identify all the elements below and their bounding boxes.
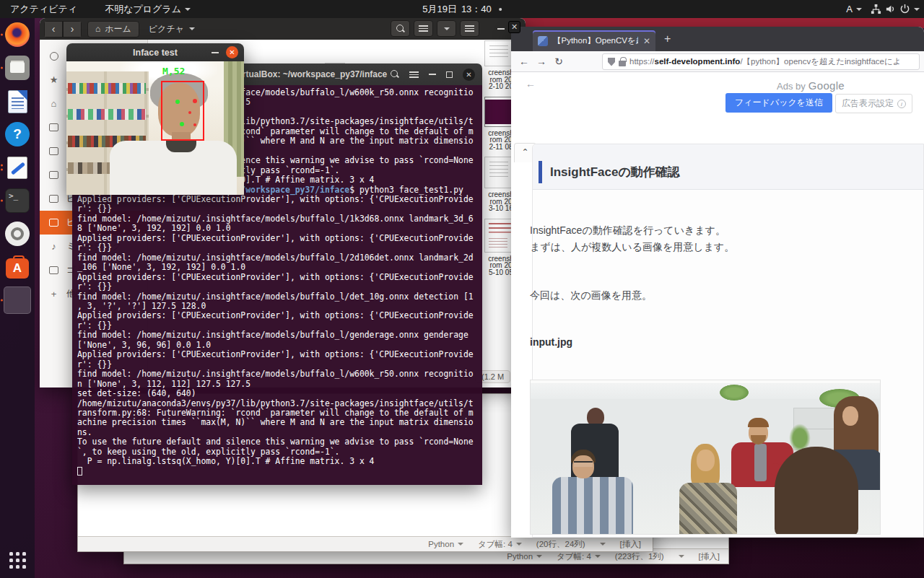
browser-tab[interactable]: 【Python】OpenCVを超 ✕ [533, 30, 655, 51]
clock-menu[interactable]: 5月19日13：40 [422, 0, 502, 18]
paragraph: InsightFaceの動作確認を行っていきます。 [530, 224, 725, 236]
close-button[interactable]: ✕ [226, 46, 238, 58]
dock-item-libreoffice-writer[interactable] [0, 84, 35, 118]
ad-settings-button[interactable]: 広告表示設定 i [835, 94, 912, 113]
back-button[interactable]: ← [515, 56, 533, 67]
libreoffice-writer-icon [8, 90, 27, 113]
face-landmark-dot [193, 123, 196, 126]
running-indicator [1, 34, 3, 36]
person [679, 483, 737, 535]
dock-item-files[interactable] [0, 51, 35, 84]
terminal-line: find model: /home/mizutu/.insightface/mo… [77, 253, 482, 263]
lock-icon[interactable] [619, 61, 626, 66]
show-applications-button[interactable] [0, 548, 35, 572]
volume-icon [885, 4, 896, 14]
input-method-indicator[interactable]: A [846, 0, 862, 18]
terminal-line: find model: /home/mizutu/.insightface/mo… [77, 330, 482, 340]
plus-icon: + [48, 289, 59, 299]
person-glasses [574, 461, 593, 467]
image-filename: input.jpg [530, 336, 572, 348]
file-label: creenshrom 205-10 05 [488, 255, 514, 276]
minimize-button[interactable] [212, 52, 219, 53]
tab-close-icon[interactable]: ✕ [643, 36, 650, 46]
url-bar[interactable]: https://self-development.info/【python】op… [602, 53, 920, 70]
article-heading: InsightFaceの動作確認 [550, 164, 680, 180]
insert-mode[interactable]: [挿入] [620, 539, 641, 550]
terminal-line: ns. [77, 428, 482, 437]
breadcrumb-location[interactable]: ピクチャ [141, 21, 203, 38]
minimize-button[interactable] [429, 74, 436, 75]
language-selector[interactable]: Python [428, 540, 463, 548]
search-button[interactable] [391, 20, 410, 37]
document-icon [48, 170, 59, 180]
music-icon: ♪ [48, 242, 59, 251]
terminal-line: ransform.py:68: FutureWarning: `rcond` p… [77, 408, 482, 418]
heading-accent-bar [539, 161, 542, 183]
breadcrumb-home[interactable]: ⌂ ホーム [87, 21, 139, 38]
video-icon [48, 194, 59, 203]
article-panel: InsightFaceの動作確認 InsightFaceの動作確認を行っていきま… [532, 144, 924, 538]
terminal-line: /home/mizutu/anaconda3/envs/py37/lib/pyt… [77, 399, 482, 408]
dock-item-terminal[interactable]: >_ [0, 184, 35, 217]
star-icon: ★ [48, 75, 59, 84]
activities-button[interactable]: アクティビティ [10, 0, 77, 18]
dock-item-help[interactable]: ? [0, 118, 35, 151]
cursor-position[interactable]: (20行、24列) [536, 539, 585, 550]
inface-test-window[interactable]: Inface test ✕ M,52 [66, 43, 244, 195]
search-icon[interactable] [391, 70, 399, 79]
terminal-line: Applied providers: ['CPUExecutionProvide… [77, 350, 482, 359]
tab-width-selector[interactable]: タブ幅: 4 [557, 551, 601, 562]
forward-button[interactable]: → [533, 56, 550, 67]
hamburger-icon[interactable] [409, 71, 419, 78]
shield-icon[interactable] [608, 58, 615, 66]
terminal-line: achine precision times ``max(M, N)`` whe… [77, 418, 482, 427]
person [552, 477, 633, 535]
ad-back-arrow-icon[interactable]: ← [526, 78, 536, 89]
app-menu[interactable]: 不明なプログラム [105, 0, 191, 18]
dock-item-ubuntu-software[interactable]: A [0, 250, 35, 284]
file-label: creenshrom 202-10 20 [488, 69, 514, 90]
new-tab-button[interactable]: + [664, 32, 671, 45]
terminal-line: 8 ['None', 3, 192, 192] 0.0 1.0 [77, 224, 482, 233]
back-button[interactable]: ‹ [44, 21, 63, 38]
top-panel: アクティビティ 不明なプログラム 5月19日13：40 A [0, 0, 924, 18]
chevron-down-icon[interactable] [600, 543, 606, 546]
file-label: creenshrom 202-11 08 [488, 130, 514, 151]
minimize-button[interactable] [497, 28, 505, 30]
dock-item-firefox[interactable] [0, 18, 35, 51]
forward-button[interactable]: › [63, 21, 82, 38]
face-landmark-dot [175, 100, 180, 104]
dock-item-settings[interactable] [0, 217, 35, 250]
inface-titlebar[interactable]: Inface test ✕ [66, 43, 244, 61]
insert-mode[interactable]: [挿入] [699, 551, 720, 562]
close-icon[interactable]: ✕ [508, 21, 520, 33]
face-landmark-dot [188, 111, 191, 114]
menu-button[interactable] [460, 20, 479, 37]
dock-item-text-editor[interactable] [0, 151, 35, 184]
close-button[interactable]: ✕ [463, 69, 475, 81]
info-icon: i [897, 100, 906, 108]
clock-icon [48, 51, 59, 61]
firefox-icon [5, 22, 30, 47]
webcam-feed: M,52 [66, 61, 244, 195]
terminal-line: r': {}} [77, 321, 482, 330]
system-menu[interactable] [871, 0, 920, 18]
books-row [68, 83, 146, 94]
download-icon [48, 146, 59, 156]
language-selector[interactable]: Python [507, 552, 542, 561]
view-toggle-button[interactable] [414, 20, 433, 37]
table [530, 380, 881, 383]
tab-width-selector[interactable]: タブ幅: 4 [478, 539, 522, 550]
reload-button[interactable]: ↻ [550, 56, 567, 67]
grid-icon [9, 552, 26, 569]
terminal-line: _106 ['None', 3, 192, 192] 0.0 1.0 [77, 263, 482, 272]
view-options-button[interactable] [437, 20, 456, 37]
feedback-button[interactable]: フィードバックを送信 [725, 93, 832, 113]
tab-title: 【Python】OpenCVを超 [553, 35, 638, 46]
maximize-button[interactable] [446, 71, 453, 78]
cursor-position[interactable]: (223行、1列) [615, 551, 664, 562]
chevron-down-icon[interactable] [679, 555, 684, 558]
article-photo [530, 380, 881, 535]
person [842, 406, 858, 426]
dock-item-minimized-window[interactable] [0, 284, 35, 317]
